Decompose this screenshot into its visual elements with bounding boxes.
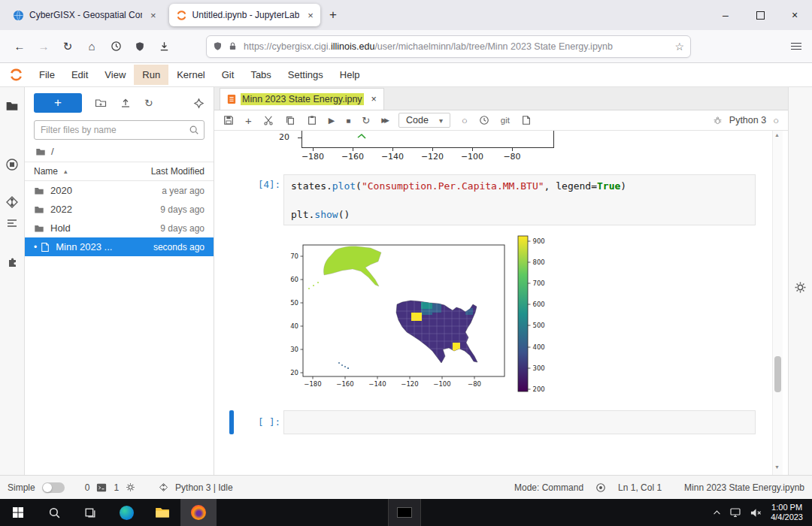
add-cell-icon[interactable]: + (245, 114, 252, 127)
back-icon[interactable]: ← (8, 35, 32, 58)
interrupt-kernel-icon[interactable]: ■ (346, 116, 350, 125)
notebook-tab[interactable]: Minn 2023 State Energy.ipny × (220, 88, 384, 110)
svg-text:900: 900 (533, 237, 545, 245)
browser-tab-cybergisx[interactable]: CyberGISX - Geospatial Commu × (6, 4, 163, 26)
extension-manager-icon[interactable] (5, 255, 19, 269)
empty-code-cell-input[interactable] (283, 410, 756, 434)
sort-caret-icon[interactable]: ▴ (64, 168, 68, 175)
scroll-up-icon[interactable]: ▲ (774, 132, 780, 138)
kernel-status-text[interactable]: Python 3 | Idle (175, 482, 233, 493)
file-row-minn-2023[interactable]: • Minn 2023 ... seconds ago (25, 237, 214, 256)
menu-tabs[interactable]: Tabs (242, 65, 279, 85)
breadcrumb-root[interactable]: / (51, 146, 54, 157)
file-row-2020[interactable]: 2020 a year ago (25, 181, 214, 200)
menu-settings[interactable]: Settings (280, 65, 332, 85)
tray-chevron-up-icon[interactable] (713, 509, 721, 517)
file-row-hold[interactable]: Hold 9 days ago (25, 219, 214, 237)
menu-help[interactable]: Help (332, 65, 368, 85)
reload-icon[interactable]: ↻ (56, 35, 80, 58)
cut-icon[interactable] (263, 115, 274, 125)
tab-close-icon[interactable]: × (308, 10, 314, 21)
tracking-shield-icon[interactable] (213, 41, 223, 51)
menu-edit[interactable]: Edit (63, 65, 96, 85)
taskbar-open-window-button[interactable] (388, 499, 421, 526)
file-row-2022[interactable]: 2022 9 days ago (25, 200, 214, 219)
running-kernels-icon[interactable] (5, 158, 19, 171)
window-maximize-button[interactable] (743, 0, 777, 30)
file-browser-icon[interactable] (5, 99, 19, 113)
notebook-scrollbar[interactable]: ▲ ▼ (772, 131, 783, 475)
header-name[interactable]: Name (34, 166, 58, 177)
refresh-icon[interactable]: ↻ (144, 97, 153, 109)
kernel-status-ring-icon[interactable]: ○ (773, 115, 779, 126)
new-launcher-button[interactable]: + (34, 93, 82, 113)
tab-close-icon[interactable]: × (150, 10, 156, 21)
kernel-sessions-gear-icon[interactable] (126, 482, 135, 492)
taskbar-search-icon[interactable] (36, 499, 72, 526)
git-status-icon[interactable] (159, 482, 168, 492)
git-toolbar-label[interactable]: git (501, 116, 510, 125)
network-icon[interactable] (729, 506, 741, 518)
git-sidebar-icon[interactable] (5, 195, 19, 209)
cursor-position[interactable]: Ln 1, Col 1 (618, 482, 662, 493)
upload-icon[interactable] (120, 97, 132, 109)
kernel-name[interactable]: Python 3 (729, 115, 766, 125)
file-name: 2020 (50, 185, 72, 196)
window-minimize-button[interactable]: – (708, 0, 743, 30)
file-explorer-taskbar-icon[interactable] (144, 499, 180, 526)
save-icon[interactable] (223, 115, 234, 125)
cell-input-prompt: [ ]: (244, 416, 280, 428)
menu-git[interactable]: Git (214, 65, 243, 85)
filter-files-wrap (34, 120, 205, 140)
new-tab-button[interactable]: + (329, 8, 337, 23)
history-icon[interactable] (104, 35, 128, 58)
browser-tab-jupyterlab[interactable]: Untitled.ipynb - JupyterLab × (169, 4, 320, 26)
code-cell-input[interactable]: states.plot("Consumption.Per.Capita.MM.B… (283, 174, 756, 225)
new-folder-icon[interactable] (95, 97, 107, 109)
volume-muted-icon[interactable] (750, 507, 762, 518)
active-cell-indicator[interactable] (229, 410, 234, 434)
downloads-icon[interactable] (152, 35, 176, 58)
restart-run-all-icon[interactable]: ▶▶ (381, 116, 387, 124)
filter-files-input[interactable] (34, 120, 205, 140)
terminals-count[interactable]: 0 (85, 482, 90, 493)
app-menu-icon[interactable] (791, 43, 801, 50)
scroll-down-icon[interactable]: ▼ (774, 464, 780, 470)
menu-file[interactable]: File (31, 65, 63, 85)
shield-icon[interactable] (128, 35, 152, 58)
firefox-taskbar-icon[interactable] (180, 499, 217, 526)
menu-kernel[interactable]: Kernel (168, 65, 214, 85)
table-of-contents-icon[interactable] (5, 216, 19, 230)
property-inspector-gear-icon[interactable] (794, 99, 807, 475)
run-cell-icon[interactable]: ▶ (329, 116, 335, 125)
scrollbar-thumb[interactable] (774, 356, 781, 392)
window-close-button[interactable]: × (777, 0, 812, 30)
git-clone-icon[interactable] (193, 98, 205, 109)
bookmark-star-icon[interactable]: ☆ (674, 41, 684, 53)
menu-view[interactable]: View (96, 65, 134, 85)
kernels-count[interactable]: 1 (114, 482, 119, 493)
lock-icon[interactable] (228, 41, 238, 51)
copy-icon[interactable] (285, 115, 295, 125)
debugger-icon[interactable] (713, 116, 723, 125)
history-clock-icon[interactable] (479, 115, 489, 125)
terminal-icon[interactable] (96, 482, 107, 493)
header-last-modified[interactable]: Last Modified (151, 166, 205, 177)
edge-taskbar-icon[interactable] (108, 499, 144, 526)
task-view-icon[interactable] (72, 499, 108, 526)
paste-icon[interactable] (307, 115, 317, 125)
restart-kernel-icon[interactable]: ↻ (362, 115, 370, 126)
kernel-ring-icon[interactable]: ○ (462, 115, 468, 126)
start-button[interactable] (0, 499, 36, 526)
cell-type-dropdown[interactable]: Code ▾ (398, 113, 450, 128)
url-bar[interactable]: https://cybergisx.cigi.illinois.edu/user… (206, 35, 691, 58)
breadcrumb[interactable]: / (25, 140, 214, 162)
new-note-icon[interactable] (521, 115, 532, 125)
right-sidebar-strip (788, 87, 812, 475)
simple-mode-toggle[interactable] (42, 482, 65, 493)
menu-run[interactable]: Run (134, 65, 168, 85)
taskbar-clock[interactable]: 1:00 PM 4/4/2023 (771, 503, 803, 523)
home-icon[interactable]: ⌂ (80, 35, 104, 58)
forward-icon[interactable]: → (32, 35, 56, 58)
tab-close-icon[interactable]: × (371, 94, 377, 104)
